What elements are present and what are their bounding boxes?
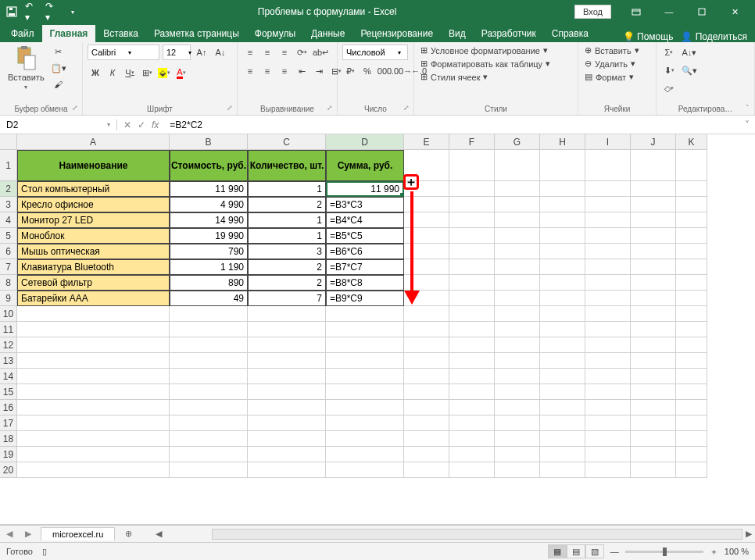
cell-F16[interactable] [449,400,495,416]
zoom-slider[interactable] [625,551,703,553]
cell-J11[interactable] [631,322,676,337]
cell-C9[interactable]: 7 [248,291,326,306]
cell-G18[interactable] [495,431,540,447]
cell-D17[interactable] [326,416,404,431]
cell-B7[interactable]: 1 190 [170,259,248,275]
col-header-B[interactable]: B [170,134,248,150]
tab-formulas[interactable]: Формулы [247,25,303,42]
ribbon-display-icon[interactable] [621,0,652,23]
cell-G5[interactable] [495,228,540,244]
cell-D6[interactable]: =B6*C6 [326,244,404,259]
cell-A12[interactable] [17,337,170,353]
row-header-3[interactable]: 3 [0,197,17,212]
cell-E12[interactable] [404,337,449,353]
decrease-indent-icon[interactable]: ⇤ [294,63,310,79]
format-cells-button[interactable]: ▤Формат ▾ [583,71,651,83]
cell-styles-button[interactable]: ⊞Стили ячеек ▾ [419,71,573,83]
row-header-20[interactable]: 20 [0,462,17,478]
cell-H6[interactable] [540,244,585,259]
row-header-1[interactable]: 1 [0,150,17,181]
font-color-icon[interactable]: A [174,65,189,80]
cell-F18[interactable] [449,431,495,447]
cell-K13[interactable] [676,353,707,369]
cell-A18[interactable] [17,431,170,447]
cell-K18[interactable] [676,431,707,447]
increase-decimal-icon[interactable]: .00→ [394,63,410,79]
cell-E14[interactable] [404,369,449,384]
cell-I16[interactable] [585,400,631,416]
close-icon[interactable]: ✕ [719,0,750,23]
cell-E16[interactable] [404,400,449,416]
font-name-select[interactable]: Calibri▾ [88,45,159,60]
cell-A1[interactable]: Наименование [17,150,170,181]
tab-data[interactable]: Данные [303,25,352,42]
cell-J18[interactable] [631,431,676,447]
tellme-button[interactable]: 💡 Помощь [623,31,674,42]
cell-D20[interactable] [326,462,404,478]
cell-G1[interactable] [495,150,540,181]
cell-I2[interactable] [585,181,631,197]
cell-E3[interactable] [404,197,449,212]
cell-A4[interactable]: Монитор 27 LED [17,212,170,228]
cell-J6[interactable] [631,244,676,259]
cell-C5[interactable]: 1 [248,228,326,244]
hscroll-track[interactable] [212,529,742,540]
cell-E1[interactable] [404,150,449,181]
col-header-E[interactable]: E [404,134,449,150]
maximize-icon[interactable] [686,0,717,23]
cell-G2[interactable] [495,181,540,197]
undo-icon[interactable]: ↶ ▾ [25,5,39,19]
cell-D19[interactable] [326,447,404,462]
cell-J20[interactable] [631,462,676,478]
cell-I18[interactable] [585,431,631,447]
cell-F8[interactable] [449,275,495,291]
cell-I12[interactable] [585,337,631,353]
comma-icon[interactable]: 000 [377,63,392,79]
cell-K9[interactable] [676,291,707,306]
cell-H20[interactable] [540,462,585,478]
cell-E13[interactable] [404,353,449,369]
cell-J9[interactable] [631,291,676,306]
cell-I5[interactable] [585,228,631,244]
cell-J3[interactable] [631,197,676,212]
cell-K2[interactable] [676,181,707,197]
paste-button[interactable]: Вставить ▾ [5,45,48,92]
fill-icon[interactable]: ⬇ [661,62,677,78]
cell-F6[interactable] [449,244,495,259]
cell-F3[interactable] [449,197,495,212]
cell-E20[interactable] [404,462,449,478]
cell-E7[interactable] [404,259,449,275]
redo-icon[interactable]: ↷ ▾ [45,5,59,19]
cell-K14[interactable] [676,369,707,384]
collapse-ribbon-icon[interactable]: ˄ [742,102,753,113]
row-header-13[interactable]: 13 [0,353,17,369]
cell-F7[interactable] [449,259,495,275]
cell-E9[interactable] [404,291,449,306]
cell-C19[interactable] [248,447,326,462]
insert-cells-button[interactable]: ⊕Вставить ▾ [583,45,651,56]
cell-H17[interactable] [540,416,585,431]
macro-record-icon[interactable]: ▯ [42,547,47,557]
name-box[interactable]: D2▾ [0,119,117,130]
cell-J13[interactable] [631,353,676,369]
cell-E8[interactable] [404,275,449,291]
cell-G19[interactable] [495,447,540,462]
cell-A14[interactable] [17,369,170,384]
copy-icon[interactable]: 📋▾ [51,61,66,75]
cell-K1[interactable] [676,150,707,181]
tab-pagelayout[interactable]: Разметка страницы [146,25,247,42]
cell-A2[interactable]: Стол компьютерный [17,181,170,197]
cell-K11[interactable] [676,322,707,337]
cell-D12[interactable] [326,337,404,353]
cell-G13[interactable] [495,353,540,369]
cell-K17[interactable] [676,416,707,431]
page-layout-view-icon[interactable]: ▤ [567,544,585,558]
cell-C3[interactable]: 2 [248,197,326,212]
cell-G20[interactable] [495,462,540,478]
cell-F17[interactable] [449,416,495,431]
minimize-icon[interactable]: — [653,0,685,23]
tab-file[interactable]: Файл [3,25,42,42]
cell-G16[interactable] [495,400,540,416]
fill-color-icon[interactable]: ⬙ [156,65,172,80]
cell-D5[interactable]: =B5*C5 [326,228,404,244]
